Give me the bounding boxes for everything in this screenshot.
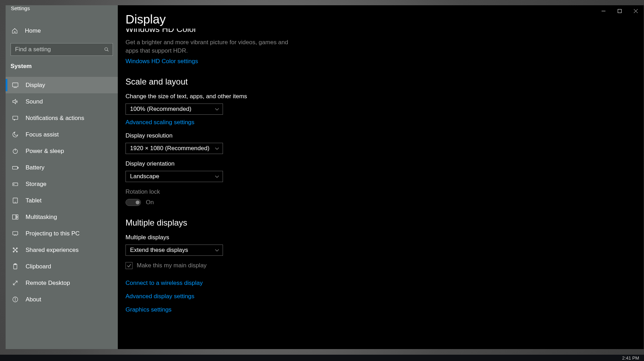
multitasking-icon (12, 214, 19, 220)
sidebar-item-label: Clipboard (26, 263, 51, 270)
battery-icon (12, 164, 19, 171)
sidebar-item-remote-desktop[interactable]: Remote Desktop (6, 275, 118, 291)
svg-rect-14 (12, 215, 16, 219)
multiple-displays-dropdown[interactable]: Extend these displays (126, 245, 223, 256)
scale-size-label: Change the size of text, apps, and other… (126, 93, 644, 100)
sidebar: Settings Home System Display Sound Notif… (6, 5, 118, 349)
multiple-displays-value: Extend these displays (130, 247, 188, 254)
multiple-displays-label: Multiple displays (126, 234, 644, 241)
power-icon (12, 148, 19, 154)
sidebar-item-label: Power & sleep (26, 148, 64, 155)
sidebar-item-label: Shared experiences (26, 247, 79, 254)
svg-rect-9 (18, 167, 18, 168)
sidebar-item-focus-assist[interactable]: Focus assist (6, 126, 118, 143)
svg-rect-8 (12, 166, 17, 169)
hdr-description: Get a brighter and more vibrant picture … (126, 38, 290, 55)
graphics-settings-link[interactable]: Graphics settings (126, 306, 171, 313)
sound-icon (12, 98, 19, 105)
remote-desktop-icon (12, 280, 19, 286)
multiple-displays-heading: Multiple displays (126, 218, 644, 228)
wireless-display-link[interactable]: Connect to a wireless display (126, 280, 203, 287)
sidebar-item-label: Focus assist (26, 131, 59, 138)
resolution-value: 1920 × 1080 (Recommended) (130, 145, 209, 152)
main-display-label: Make this my main display (137, 262, 206, 269)
hdr-settings-link[interactable]: Windows HD Color settings (126, 58, 198, 65)
scale-heading: Scale and layout (126, 77, 644, 87)
chevron-down-icon (215, 174, 219, 179)
sidebar-item-label: Remote Desktop (26, 280, 70, 287)
svg-rect-2 (12, 83, 18, 87)
sidebar-item-label: Notifications & actions (26, 115, 84, 122)
sidebar-item-clipboard[interactable]: Clipboard (6, 258, 118, 275)
home-button[interactable]: Home (6, 22, 118, 40)
resolution-dropdown[interactable]: 1920 × 1080 (Recommended) (126, 143, 223, 154)
minimize-button[interactable] (595, 5, 611, 16)
search-input-container[interactable] (11, 43, 113, 56)
sidebar-item-about[interactable]: About (6, 291, 118, 308)
main-display-checkbox[interactable] (126, 262, 133, 269)
sidebar-item-label: Sound (26, 98, 43, 105)
advanced-display-link[interactable]: Advanced display settings (126, 293, 195, 300)
display-icon (12, 82, 19, 88)
sidebar-item-notifications[interactable]: Notifications & actions (6, 110, 118, 126)
projecting-icon (12, 230, 19, 237)
home-label: Home (25, 27, 41, 34)
sidebar-item-label: Display (26, 82, 45, 89)
content-area: Display Windows HD Color Get a brighter … (118, 5, 644, 313)
scale-size-dropdown[interactable]: 100% (Recommended) (126, 103, 223, 115)
svg-rect-15 (16, 215, 18, 217)
svg-rect-16 (16, 217, 18, 219)
shared-experiences-icon (12, 247, 19, 253)
sidebar-item-multitasking[interactable]: Multitasking (6, 209, 118, 225)
sidebar-item-display[interactable]: Display (6, 77, 118, 93)
rotation-lock-label: Rotation lock (126, 188, 644, 195)
rotation-lock-toggle[interactable] (126, 199, 141, 206)
sidebar-section-label: System (6, 56, 118, 73)
search-input[interactable] (15, 46, 104, 53)
svg-point-0 (105, 48, 108, 51)
sidebar-item-storage[interactable]: Storage (6, 176, 118, 192)
sidebar-item-label: Battery (26, 164, 45, 171)
sidebar-item-label: Projecting to this PC (26, 230, 80, 237)
svg-rect-5 (13, 116, 18, 120)
storage-icon (12, 181, 19, 187)
close-button[interactable] (628, 5, 644, 16)
taskbar-clock[interactable]: 2:41 PM (622, 355, 639, 361)
window-title: Settings (6, 5, 118, 12)
page-title: Display (126, 12, 644, 26)
chevron-down-icon (215, 107, 219, 111)
notifications-icon (12, 115, 19, 121)
svg-marker-4 (13, 99, 15, 104)
home-icon (12, 28, 18, 34)
focus-assist-icon (12, 131, 19, 138)
sidebar-item-label: Multitasking (26, 214, 57, 221)
chevron-down-icon (215, 146, 219, 151)
advanced-scaling-link[interactable]: Advanced scaling settings (126, 119, 195, 126)
svg-point-28 (15, 298, 15, 299)
chevron-down-icon (215, 248, 219, 252)
sidebar-item-shared-experiences[interactable]: Shared experiences (6, 242, 118, 258)
sidebar-item-projecting[interactable]: Projecting to this PC (6, 225, 118, 242)
search-icon (104, 47, 109, 52)
orientation-label: Display orientation (126, 160, 644, 167)
scale-size-value: 100% (Recommended) (130, 106, 191, 113)
titlebar-buttons (595, 5, 644, 16)
sidebar-item-label: About (26, 296, 41, 303)
clipboard-icon (12, 263, 19, 270)
resolution-label: Display resolution (126, 132, 644, 139)
svg-rect-30 (618, 9, 621, 13)
sidebar-item-sound[interactable]: Sound (6, 93, 118, 110)
svg-point-11 (13, 184, 14, 185)
main-content: Display Windows HD Color Get a brighter … (118, 5, 644, 349)
taskbar[interactable]: 2:41 PM (0, 355, 644, 361)
maximize-button[interactable] (611, 5, 628, 16)
orientation-dropdown[interactable]: Landscape (126, 171, 223, 182)
check-icon (127, 263, 131, 268)
svg-line-1 (107, 50, 109, 52)
sidebar-item-power-sleep[interactable]: Power & sleep (6, 143, 118, 159)
orientation-value: Landscape (130, 173, 159, 180)
sidebar-item-tablet[interactable]: Tablet (6, 192, 118, 209)
rotation-lock-state: On (146, 199, 154, 206)
sidebar-item-battery[interactable]: Battery (6, 159, 118, 176)
sidebar-item-label: Storage (26, 181, 47, 188)
